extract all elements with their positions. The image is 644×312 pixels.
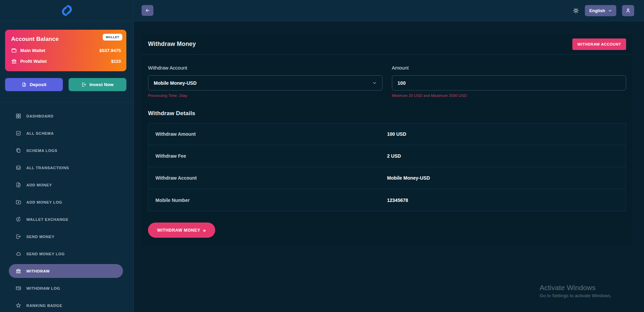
- star-icon: [16, 303, 21, 308]
- bank-icon: [11, 58, 17, 64]
- sidebar-item-label: ADD MONEY: [26, 183, 52, 187]
- sidebar-item-label: SCHEMA LOGS: [26, 149, 57, 153]
- deposit-button-label: Deposit: [30, 82, 47, 87]
- deposit-button[interactable]: Deposit: [5, 78, 63, 91]
- main-wallet-row: Main Wallet $537.9475: [11, 48, 121, 53]
- detail-label: Mobile Number: [148, 198, 387, 203]
- page-title: Withdraw Money: [148, 41, 196, 48]
- main-column: English Withdraw Money WITHDRAW ACCOUNT: [134, 0, 644, 312]
- sidebar-actions: Deposit Invest Now: [5, 78, 126, 91]
- wallet-badge: WALLET: [103, 34, 122, 41]
- table-row: Withdraw Amount 100 USD: [148, 123, 626, 145]
- main-wallet-value: $537.9475: [99, 48, 121, 53]
- table-row: Mobile Number 12345678: [148, 189, 626, 211]
- sidebar-nav: DASHBOARD ALL SCHEMA SCHEMA LOGS ALL TRA…: [0, 102, 133, 312]
- profile-button[interactable]: [622, 5, 634, 16]
- account-balance-card: Account Balance WALLET Main Wallet $537.…: [5, 30, 126, 71]
- withdraw-details-title: Withdraw Details: [148, 110, 626, 117]
- sidebar-item-add-money[interactable]: ADD MONEY: [9, 178, 123, 192]
- sidebar-item-label: DASHBOARD: [26, 114, 53, 118]
- withdraw-money-button-label: WITHDRAW MONEY: [157, 228, 200, 233]
- wallet-icon: [11, 48, 17, 53]
- invest-now-button-label: Invest Now: [90, 82, 114, 87]
- detail-value: Mobile Money-USD: [387, 175, 626, 181]
- sidebar: Account Balance WALLET Main Wallet $537.…: [0, 0, 134, 312]
- copy-icon: [16, 148, 21, 153]
- withdraw-account-label: Withdraw Account: [148, 65, 382, 71]
- sidebar-item-label: WITHDRAW LOG: [26, 286, 60, 290]
- sidebar-item-label: SEND MONEY LOG: [26, 252, 65, 256]
- detail-value: 2 USD: [387, 153, 626, 159]
- sidebar-item-label: WITHDRAW: [26, 269, 50, 273]
- inbox-icon: [16, 165, 21, 171]
- sidebar-item-dashboard[interactable]: DASHBOARD: [9, 109, 123, 123]
- brand-logo-icon[interactable]: [60, 3, 74, 18]
- processing-time-helper: Processing Time: 2day: [148, 94, 382, 98]
- exchange-icon: [16, 216, 21, 222]
- file-plus-icon: [16, 182, 21, 188]
- bank-icon: [16, 268, 21, 274]
- sidebar-item-send-money[interactable]: SEND MONEY: [9, 230, 123, 243]
- withdraw-account-field-group: Withdraw Account Mobile Money-USD Proces…: [148, 61, 382, 98]
- send-icon: [16, 234, 21, 239]
- amount-label: Amount: [392, 65, 626, 71]
- chevron-down-icon: [608, 9, 612, 12]
- withdraw-account-button[interactable]: WITHDRAW ACCOUNT: [572, 38, 626, 50]
- invest-now-button[interactable]: Invest Now: [69, 78, 126, 91]
- detail-value: 100 USD: [387, 131, 626, 137]
- withdraw-form: Withdraw Account Mobile Money-USD Proces…: [148, 61, 626, 98]
- table-row: Withdraw Fee 2 USD: [148, 145, 626, 167]
- sidebar-item-withdraw-log[interactable]: WITHDRAW LOG: [9, 281, 123, 295]
- detail-label: Withdraw Amount: [148, 131, 387, 137]
- credit-card-icon: [16, 285, 21, 291]
- topbar: English: [134, 0, 644, 21]
- sidebar-item-send-money-log[interactable]: SEND MONEY LOG: [9, 247, 123, 261]
- sidebar-logo-area: [0, 0, 133, 21]
- detail-label: Withdraw Account: [148, 175, 387, 181]
- export-arrow-icon: [81, 82, 86, 87]
- sidebar-item-label: WALLET EXCHANGE: [26, 217, 69, 222]
- sidebar-item-wallet-exchange[interactable]: WALLET EXCHANGE: [9, 212, 123, 226]
- card-header: Withdraw Money WITHDRAW ACCOUNT: [142, 34, 633, 55]
- amount-limits-helper: Minimum 20 USD and Maximum 2000 USD: [392, 94, 626, 98]
- sidebar-item-label: RANKING BADGE: [26, 304, 62, 308]
- app-window: Account Balance WALLET Main Wallet $537.…: [0, 0, 644, 312]
- profit-wallet-value: $110: [111, 59, 121, 64]
- back-button[interactable]: [142, 5, 153, 16]
- amount-input[interactable]: [392, 75, 626, 90]
- sidebar-item-label: ALL SCHEMA: [26, 131, 54, 135]
- detail-label: Withdraw Fee: [148, 153, 387, 159]
- sidebar-item-withdraw[interactable]: WITHDRAW: [9, 264, 123, 278]
- sidebar-item-add-money-log[interactable]: ADD MONEY LOG: [9, 195, 123, 209]
- theme-toggle-sun-icon[interactable]: [573, 7, 579, 14]
- chevron-down-icon: [372, 81, 377, 85]
- withdraw-account-select[interactable]: Mobile Money-USD: [148, 75, 382, 90]
- withdraw-account-selected-value: Mobile Money-USD: [154, 80, 197, 86]
- sidebar-item-all-schema[interactable]: ALL SCHEMA: [9, 126, 123, 140]
- main-wallet-label: Main Wallet: [20, 48, 45, 53]
- sidebar-item-ranking-badge[interactable]: RANKING BADGE: [9, 298, 123, 312]
- withdraw-money-button[interactable]: WITHDRAW MONEY »: [148, 223, 215, 238]
- profit-wallet-label: Profit Wallet: [20, 59, 47, 64]
- file-plus-icon: [22, 82, 27, 87]
- language-dropdown[interactable]: English: [585, 5, 616, 16]
- withdraw-money-card: Withdraw Money WITHDRAW ACCOUNT Withdraw…: [142, 34, 633, 245]
- sidebar-item-schema-logs[interactable]: SCHEMA LOGS: [9, 144, 123, 157]
- folder-plus-icon: [16, 199, 21, 205]
- check-square-icon: [16, 130, 21, 136]
- sidebar-item-label: ALL TRANSACTIONS: [26, 166, 69, 170]
- language-label: English: [589, 8, 605, 13]
- withdraw-details-table: Withdraw Amount 100 USD Withdraw Fee 2 U…: [148, 123, 626, 211]
- user-icon: [625, 8, 631, 13]
- grid-icon: [16, 113, 21, 119]
- topbar-right: English: [573, 5, 634, 16]
- sidebar-item-label: ADD MONEY LOG: [26, 200, 62, 204]
- amount-field-group: Amount Minimum 20 USD and Maximum 2000 U…: [392, 61, 626, 98]
- sidebar-item-label: SEND MONEY: [26, 235, 54, 239]
- sidebar-item-all-transactions[interactable]: ALL TRANSACTIONS: [9, 161, 123, 175]
- card-body: Withdraw Account Mobile Money-USD Proces…: [142, 55, 633, 238]
- profit-wallet-row: Profit Wallet $110: [11, 58, 121, 64]
- content-area: Withdraw Money WITHDRAW ACCOUNT Withdraw…: [134, 21, 644, 312]
- double-chevron-right-icon: »: [203, 228, 206, 233]
- cloud-icon: [16, 251, 21, 257]
